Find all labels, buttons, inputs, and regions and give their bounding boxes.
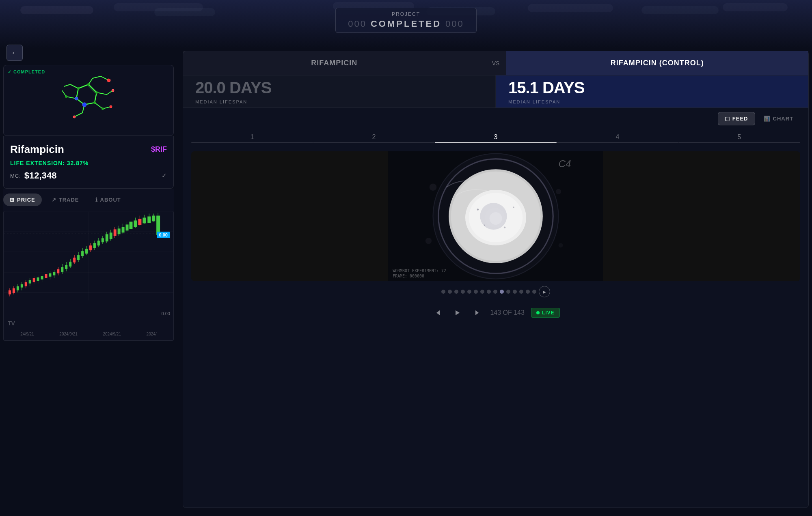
svg-rect-98 (122, 227, 125, 232)
life-extension: LIFE EXTENSION: 32.87% (10, 160, 167, 166)
timeline-dot-10[interactable] (500, 290, 504, 294)
svg-point-22 (75, 97, 78, 100)
camera-feed: C4 WORMBOT EXPERIMENT: 72 FRAME: 000000 (191, 151, 800, 281)
svg-rect-104 (134, 220, 137, 227)
timeline-dot-15[interactable] (532, 290, 536, 294)
svg-rect-66 (57, 269, 59, 273)
drug-ticker: $RIF (151, 145, 167, 154)
next-button[interactable] (471, 306, 484, 319)
trade-icon: ↗ (52, 197, 56, 203)
timeline-dot-8[interactable] (487, 290, 491, 294)
life-extension-label: LIFE EXTENSION: (10, 160, 65, 166)
vs-divider: VS (486, 51, 506, 75)
svg-point-135 (558, 243, 563, 247)
timeline-dot-1[interactable] (441, 290, 445, 294)
lifespan-row: 20.0 DAYS MEDIAN LIFESPAN 15.1 DAYS MEDI… (183, 75, 808, 108)
svg-line-9 (93, 76, 101, 78)
frame-current: 143 (490, 309, 501, 316)
svg-rect-84 (93, 243, 96, 248)
completed-main-text: COMPLETED (371, 19, 441, 29)
frame-counter: 143 OF 143 (490, 309, 525, 316)
svg-text:WORMBOT EXPERIMENT: 72: WORMBOT EXPERIMENT: 72 (393, 269, 446, 273)
timeline-dot-6[interactable] (474, 290, 478, 294)
back-button[interactable]: ← (6, 45, 23, 61)
chart-date-3: 2024/9/21 (103, 332, 121, 336)
tab-price[interactable]: ⊞ PRICE (3, 194, 42, 206)
svg-text:TV: TV (8, 320, 15, 327)
tab-2-label: 2 (372, 133, 376, 140)
timeline-dot-14[interactable] (526, 290, 530, 294)
svg-point-30 (77, 87, 80, 90)
tab-trade[interactable]: ↗ TRADE (45, 194, 86, 206)
svg-rect-82 (89, 245, 92, 250)
back-arrow-icon: ← (11, 49, 18, 57)
svg-rect-56 (37, 277, 39, 281)
timeline-dot-9[interactable] (493, 290, 497, 294)
play-button[interactable]: ▶ (539, 286, 550, 297)
timeline-dot-12[interactable] (513, 290, 517, 294)
drug-header: Rifampicin $RIF (10, 143, 167, 156)
svg-rect-108 (143, 218, 146, 224)
timeline-dot-5[interactable] (467, 290, 471, 294)
timeline-dot-7[interactable] (480, 290, 484, 294)
completed-row: 000 COMPLETED 000 (348, 19, 464, 29)
timeline-dot-3[interactable] (454, 290, 458, 294)
svg-point-32 (65, 95, 67, 98)
tab-3-label: 3 (494, 133, 498, 140)
svg-rect-48 (21, 284, 23, 288)
sample-tab-1[interactable]: 1 (191, 129, 313, 147)
svg-rect-74 (73, 258, 76, 262)
svg-rect-94 (114, 229, 117, 236)
svg-rect-76 (77, 255, 80, 260)
completed-badge: ✓ COMPLETED (8, 69, 45, 75)
play-icon: ▶ (543, 290, 546, 294)
chart-bar-icon: 📊 (764, 116, 771, 122)
project-label: PROJECT (348, 11, 464, 17)
drug-left-tab[interactable]: RIFAMPICIN (183, 51, 486, 75)
svg-point-23 (107, 79, 110, 82)
svg-line-13 (95, 103, 103, 109)
timeline-dot-4[interactable] (461, 290, 465, 294)
svg-line-6 (88, 85, 96, 93)
svg-rect-72 (69, 262, 71, 267)
feed-button[interactable]: ⬚ FEED (718, 112, 755, 125)
live-badge: LIVE (531, 308, 560, 318)
svg-rect-68 (61, 267, 63, 272)
drug-right-tab[interactable]: RIFAMPICIN (CONTROL) (506, 51, 808, 75)
tab-4-label: 4 (616, 133, 620, 140)
svg-rect-42 (9, 290, 11, 295)
svg-rect-52 (29, 280, 31, 284)
chart-price-label: 0.00 (162, 311, 170, 316)
svg-rect-54 (33, 278, 35, 282)
timeline-dot-13[interactable] (519, 290, 523, 294)
comparison-header: RIFAMPICIN VS RIFAMPICIN (CONTROL) (183, 51, 808, 75)
chart-button[interactable]: 📊 CHART (757, 112, 801, 125)
price-icon: ⊞ (10, 197, 15, 203)
life-extension-value: 32.87% (67, 160, 89, 166)
sample-tab-5[interactable]: 5 (678, 129, 800, 147)
svg-point-24 (112, 89, 114, 92)
prev-button[interactable] (432, 306, 445, 319)
molecule-svg (48, 72, 129, 129)
tab-3-line (435, 142, 557, 143)
sample-tab-4[interactable]: 4 (557, 129, 678, 147)
sample-tabs: 1 2 3 4 5 (183, 129, 808, 147)
price-chart: 0.00 (3, 211, 174, 341)
tv-watermark: TV (8, 320, 17, 328)
play-pause-button[interactable] (451, 306, 464, 319)
timeline-dot-2[interactable] (448, 290, 452, 294)
svg-rect-90 (106, 234, 108, 241)
svg-rect-96 (118, 228, 121, 234)
mc-check-icon: ✓ (162, 172, 167, 179)
tab-5-line (678, 142, 800, 143)
svg-point-27 (87, 83, 90, 86)
info-card: Rifampicin $RIF LIFE EXTENSION: 32.87% M… (3, 136, 174, 189)
lifespan-left-label: MEDIAN LIFESPAN (195, 99, 271, 104)
sample-tab-3[interactable]: 3 (435, 129, 557, 147)
mc-label: MC: (10, 173, 21, 179)
svg-rect-86 (97, 241, 100, 245)
svg-rect-64 (53, 272, 55, 275)
sample-tab-2[interactable]: 2 (313, 129, 435, 147)
timeline-dot-11[interactable] (506, 290, 510, 294)
tab-about[interactable]: ℹ ABOUT (89, 194, 127, 206)
